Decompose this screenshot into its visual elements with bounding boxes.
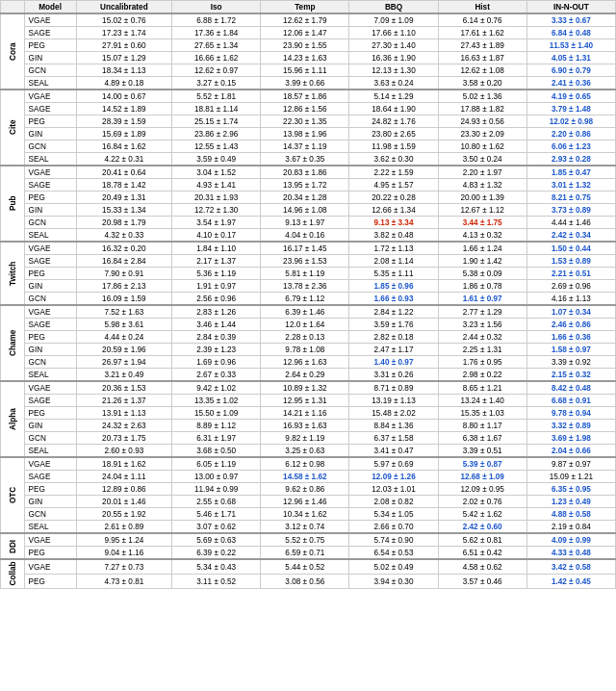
- data-cell: 2.08 ± 0.82: [349, 496, 438, 508]
- data-cell: 11.53 ± 1.40: [526, 39, 615, 52]
- data-cell: 18.57 ± 1.86: [261, 90, 349, 103]
- model-name: PEG: [24, 331, 76, 344]
- table-row: TwitchVGAE16.32 ± 0.201.84 ± 1.1016.17 ±…: [1, 242, 616, 255]
- table-row: PEG4.44 ± 0.242.84 ± 0.392.28 ± 0.132.82…: [1, 331, 616, 344]
- data-cell: 7.09 ± 1.09: [349, 13, 438, 27]
- table-row: ChameVGAE7.52 ± 1.632.83 ± 1.266.39 ± 1.…: [1, 305, 616, 319]
- data-cell: 7.90 ± 0.91: [76, 268, 171, 280]
- data-cell: 2.69 ± 0.96: [526, 280, 615, 293]
- data-cell: 2.39 ± 1.23: [172, 344, 261, 356]
- data-cell: 22.30 ± 1.35: [261, 115, 349, 128]
- col-header-bbq: BBQ: [349, 1, 438, 14]
- data-cell: 6.12 ± 0.98: [261, 457, 349, 471]
- data-cell: 8.21 ± 0.75: [526, 192, 615, 204]
- data-cell: 3.63 ± 0.24: [349, 77, 438, 90]
- data-cell: 3.33 ± 0.67: [526, 13, 615, 27]
- data-cell: 9.78 ± 0.94: [526, 407, 615, 420]
- model-name: SAGE: [24, 255, 76, 268]
- data-cell: 23.90 ± 1.55: [261, 39, 349, 52]
- data-cell: 2.84 ± 0.39: [172, 331, 261, 344]
- model-name: PEG: [24, 268, 76, 280]
- table-row: GCN18.34 ± 1.1312.62 ± 0.9715.96 ± 1.111…: [1, 64, 616, 77]
- data-cell: 4.58 ± 0.62: [438, 559, 526, 575]
- data-cell: 3.57 ± 0.46: [438, 575, 526, 589]
- data-cell: 14.00 ± 0.67: [76, 90, 171, 103]
- data-cell: 18.78 ± 1.42: [76, 179, 171, 192]
- data-cell: 5.44 ± 0.52: [261, 559, 349, 575]
- group-label-twitch: Twitch: [1, 242, 25, 305]
- data-cell: 1.86 ± 0.78: [438, 280, 526, 293]
- data-cell: 17.86 ± 2.13: [76, 280, 171, 293]
- data-cell: 17.88 ± 1.82: [438, 103, 526, 115]
- data-cell: 5.74 ± 0.90: [349, 533, 438, 547]
- col-header-temp: Temp: [261, 1, 349, 14]
- group-label-chame: Chame: [1, 305, 25, 381]
- data-cell: 16.09 ± 1.59: [76, 293, 171, 306]
- data-cell: 5.52 ± 0.75: [261, 533, 349, 547]
- data-cell: 28.39 ± 1.59: [76, 115, 171, 128]
- data-cell: 1.90 ± 1.42: [438, 255, 526, 268]
- data-cell: 20.83 ± 1.86: [261, 166, 349, 179]
- data-cell: 10.80 ± 1.62: [438, 141, 526, 153]
- data-cell: 16.84 ± 1.62: [76, 141, 171, 153]
- data-cell: 5.14 ± 1.29: [349, 90, 438, 103]
- data-cell: 14.37 ± 1.19: [261, 141, 349, 153]
- table-row: GCN26.97 ± 1.941.69 ± 0.9612.96 ± 1.631.…: [1, 356, 616, 369]
- table-row: SAGE24.04 ± 1.1113.00 ± 0.9714.58 ± 1.62…: [1, 471, 616, 483]
- data-cell: 5.97 ± 0.69: [349, 457, 438, 471]
- data-cell: 4.33 ± 0.48: [526, 547, 615, 560]
- data-cell: 20.98 ± 1.79: [76, 217, 171, 229]
- data-cell: 10.89 ± 1.32: [261, 381, 349, 395]
- group-label-cite: Cite: [1, 90, 25, 166]
- data-cell: 16.66 ± 1.62: [172, 52, 261, 64]
- col-header-model: Model: [24, 1, 76, 14]
- data-cell: 5.35 ± 1.11: [349, 268, 438, 280]
- model-name: GCN: [24, 508, 76, 521]
- data-cell: 3.59 ± 1.76: [349, 319, 438, 331]
- data-cell: 21.26 ± 1.37: [76, 395, 171, 407]
- data-cell: 15.48 ± 2.02: [349, 407, 438, 420]
- data-cell: 5.34 ± 0.43: [172, 559, 261, 575]
- data-cell: 2.02 ± 0.76: [438, 496, 526, 508]
- model-name: VGAE: [24, 559, 76, 575]
- group-label-ddi: DDI: [1, 533, 25, 559]
- data-cell: 4.32 ± 0.33: [76, 229, 171, 243]
- data-cell: 8.65 ± 1.21: [438, 381, 526, 395]
- table-row: SAGE18.78 ± 1.424.93 ± 1.4113.95 ± 1.724…: [1, 179, 616, 192]
- data-cell: 5.81 ± 1.19: [261, 268, 349, 280]
- data-cell: 3.46 ± 1.44: [172, 319, 261, 331]
- data-cell: 2.08 ± 1.14: [349, 255, 438, 268]
- data-cell: 20.01 ± 1.46: [76, 496, 171, 508]
- table-row: SAGE16.84 ± 2.842.17 ± 1.3723.96 ± 1.532…: [1, 255, 616, 268]
- data-cell: 5.02 ± 1.36: [438, 90, 526, 103]
- model-name: PEG: [24, 39, 76, 52]
- data-cell: 27.43 ± 1.89: [438, 39, 526, 52]
- data-cell: 15.09 ± 1.21: [526, 471, 615, 483]
- data-cell: 8.80 ± 1.17: [438, 420, 526, 432]
- data-cell: 3.12 ± 0.74: [261, 521, 349, 534]
- data-cell: 5.69 ± 0.63: [172, 533, 261, 547]
- data-cell: 4.89 ± 0.18: [76, 77, 171, 90]
- data-cell: 2.84 ± 1.22: [349, 305, 438, 319]
- table-row: SEAL2.61 ± 0.893.07 ± 0.623.12 ± 0.742.6…: [1, 521, 616, 534]
- model-name: GCN: [24, 432, 76, 445]
- data-cell: 2.83 ± 1.26: [172, 305, 261, 319]
- data-cell: 18.34 ± 1.13: [76, 64, 171, 77]
- data-cell: 6.31 ± 1.97: [172, 432, 261, 445]
- data-cell: 12.09 ± 0.95: [438, 483, 526, 496]
- table-row: SEAL4.89 ± 0.183.27 ± 0.153.99 ± 0.663.6…: [1, 77, 616, 90]
- data-cell: 5.62 ± 0.81: [438, 533, 526, 547]
- data-cell: 18.81 ± 1.14: [172, 103, 261, 115]
- data-cell: 24.82 ± 1.76: [349, 115, 438, 128]
- data-cell: 9.62 ± 0.86: [261, 483, 349, 496]
- table-row: DDIVGAE9.95 ± 1.245.69 ± 0.635.52 ± 0.75…: [1, 533, 616, 547]
- model-name: GCN: [24, 64, 76, 77]
- data-cell: 16.36 ± 1.90: [349, 52, 438, 64]
- model-name: SEAL: [24, 369, 76, 382]
- data-cell: 12.68 ± 1.09: [438, 471, 526, 483]
- data-cell: 4.88 ± 0.58: [526, 508, 615, 521]
- data-cell: 1.85 ± 0.47: [526, 166, 615, 179]
- data-cell: 4.10 ± 0.17: [172, 229, 261, 243]
- model-name: SEAL: [24, 521, 76, 534]
- data-cell: 1.50 ± 0.44: [526, 242, 615, 255]
